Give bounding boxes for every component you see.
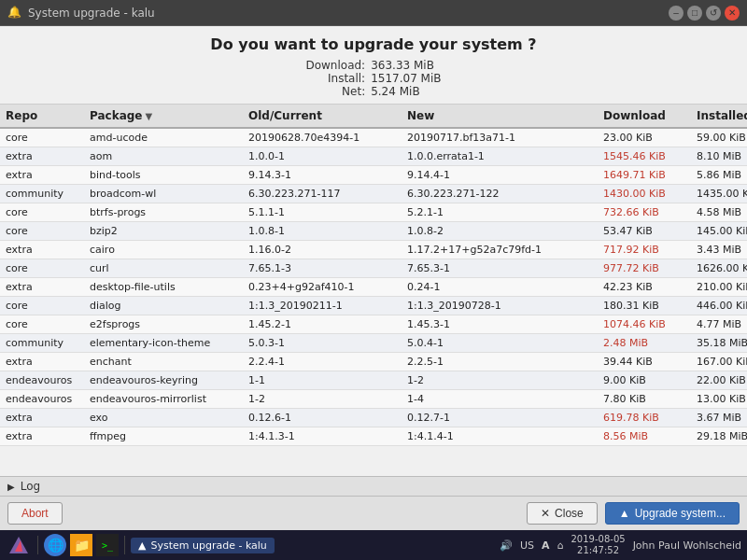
table-cell: extra <box>0 427 84 445</box>
table-cell: core <box>0 222 84 240</box>
maximize-button[interactable]: □ <box>687 6 702 21</box>
table-cell: 1626.00 KiB <box>691 259 747 277</box>
table-row: extraexo0.12.6-10.12.7-1619.78 KiB3.67 M… <box>0 409 747 427</box>
net-label: Net: <box>305 85 371 98</box>
title-bar: 🔔 System upgrade - kalu – □ ↺ ✕ <box>0 0 747 26</box>
table-cell: 0.12.7-1 <box>402 409 598 427</box>
table-cell: 1.45.2-1 <box>243 315 402 333</box>
table-row: endeavourosendeavouros-mirrorlist1-21-47… <box>0 390 747 409</box>
endeavouros-logo[interactable] <box>6 532 32 558</box>
table-row: extrabind-tools9.14.3-19.14.4-11649.71 K… <box>0 166 747 185</box>
table-cell: 1074.46 KiB <box>598 315 691 333</box>
taskbar-separator-1 <box>37 536 38 554</box>
col-old: Old/Current <box>243 107 402 124</box>
table-cell: 1-4 <box>402 390 598 408</box>
table-cell: endeavouros <box>0 390 84 408</box>
table-cell: 6.30.223.271-122 <box>402 185 598 203</box>
table-cell: 13.00 KiB <box>691 390 747 408</box>
table-cell: extra <box>0 353 84 371</box>
table-cell: 1.0.0.errata1-1 <box>402 147 598 165</box>
table-row: coreamd-ucode20190628.70e4394-120190717.… <box>0 129 747 147</box>
table-cell: core <box>0 297 84 315</box>
table-cell: extra <box>0 409 84 427</box>
close-window-button[interactable]: ✕ <box>725 6 740 21</box>
table-cell: 7.65.1-3 <box>243 259 402 277</box>
table-cell: 1435.00 KiB <box>691 185 747 203</box>
table-cell: 3.67 MiB <box>691 409 747 427</box>
table-cell: 2.2.5-1 <box>402 353 598 371</box>
taskbar-right: 🔊 US A ⌂ 2019-08-05 21:47:52 John Paul W… <box>500 534 741 556</box>
bottom-bar: Abort ✕ Close ▲ Upgrade system... <box>0 496 747 530</box>
taskbar-user: John Paul Wohlscheid <box>633 539 741 552</box>
close-button[interactable]: ✕ Close <box>527 502 598 525</box>
upgrade-info: Download: 363.33 MiB Install: 1517.07 Mi… <box>305 59 441 98</box>
table-cell: core <box>0 203 84 221</box>
table-cell: endeavouros <box>0 371 84 389</box>
files-icon[interactable]: 📁 <box>70 534 92 556</box>
table-cell: elementary-icon-theme <box>84 334 243 352</box>
restore-button[interactable]: ↺ <box>706 6 721 21</box>
bottom-left-buttons: Abort <box>7 502 63 525</box>
title-bar-left: 🔔 System upgrade - kalu <box>7 6 155 21</box>
close-x-icon: ✕ <box>541 507 550 520</box>
upgrade-question: Do you want to upgrade your system ? <box>0 35 747 53</box>
table-cell: 23.00 KiB <box>598 129 691 147</box>
taskbar-arch-icon: ⌂ <box>557 539 564 552</box>
table-cell: 8.56 MiB <box>598 427 691 445</box>
table-cell: 1:4.1.4-1 <box>402 427 598 445</box>
table-cell: 4.58 MiB <box>691 203 747 221</box>
table-cell: 59.00 KiB <box>691 129 747 147</box>
taskbar-clock: 2019-08-05 21:47:52 <box>571 534 626 556</box>
abort-button[interactable]: Abort <box>7 502 63 525</box>
table-cell: 717.92 KiB <box>598 241 691 259</box>
table-cell: 167.00 KiB <box>691 353 747 371</box>
taskbar-a-icon: A <box>542 539 550 552</box>
net-value: 5.24 MiB <box>371 85 441 98</box>
table-cell: 53.47 KiB <box>598 222 691 240</box>
table-cell: 29.18 MiB <box>691 427 747 445</box>
table-cell: 5.0.3-1 <box>243 334 402 352</box>
locale-indicator: US <box>520 539 534 552</box>
table-cell: core <box>0 129 84 147</box>
table-row: coree2fsprogs1.45.2-11.45.3-11074.46 KiB… <box>0 315 747 334</box>
log-row[interactable]: ▶ Log <box>0 476 747 496</box>
upgrade-button-label: Upgrade system... <box>635 507 726 520</box>
package-sort[interactable]: Package ▼ <box>90 109 152 122</box>
table-cell: 1.45.3-1 <box>402 315 598 333</box>
table-header: Repo Package ▼ Old/Current New Download … <box>0 105 747 129</box>
table-cell: 1:4.1.3-1 <box>243 427 402 445</box>
table-cell: 1.17.2+17+g52a7c79fd-1 <box>402 241 598 259</box>
volume-icon[interactable]: 🔊 <box>500 539 513 552</box>
col-package[interactable]: Package ▼ <box>84 107 243 124</box>
table-cell: broadcom-wl <box>84 185 243 203</box>
table-cell: curl <box>84 259 243 277</box>
terminal-icon[interactable]: >_ <box>96 534 119 556</box>
table-cell: 619.78 KiB <box>598 409 691 427</box>
table-cell: 210.00 KiB <box>691 278 747 296</box>
table-cell: 5.86 MiB <box>691 166 747 184</box>
browser-icon[interactable]: 🌐 <box>44 534 66 556</box>
table-cell: 1.16.0-2 <box>243 241 402 259</box>
table-cell: enchant <box>84 353 243 371</box>
table-cell: 1-2 <box>243 390 402 408</box>
table-cell: 1-1 <box>243 371 402 389</box>
table-row: coredialog1:1.3_20190211-11:1.3_20190728… <box>0 297 747 315</box>
app-icon: 🔔 <box>7 6 22 21</box>
table-cell: 1:1.3_20190728-1 <box>402 297 598 315</box>
taskbar-date: 2019-08-05 <box>571 534 626 545</box>
minimize-button[interactable]: – <box>669 6 684 21</box>
sort-icon: ▼ <box>146 111 153 121</box>
table-row: corebtrfs-progs5.1.1-15.2.1-1732.66 KiB4… <box>0 203 747 222</box>
table-cell: 22.00 KiB <box>691 371 747 389</box>
table-cell: extra <box>0 166 84 184</box>
upgrade-button[interactable]: ▲ Upgrade system... <box>605 502 740 525</box>
table-cell: 9.00 KiB <box>598 371 691 389</box>
upgrade-header: Do you want to upgrade your system ? Dow… <box>0 26 747 105</box>
active-window-item[interactable]: ▲ System upgrade - kalu <box>131 538 275 553</box>
table-cell: 5.0.4-1 <box>402 334 598 352</box>
table-cell: 35.18 MiB <box>691 334 747 352</box>
table-cell: 7.80 KiB <box>598 390 691 408</box>
table-cell: 5.2.1-1 <box>402 203 598 221</box>
table-cell: 8.10 MiB <box>691 147 747 165</box>
table-cell: 1-2 <box>402 371 598 389</box>
